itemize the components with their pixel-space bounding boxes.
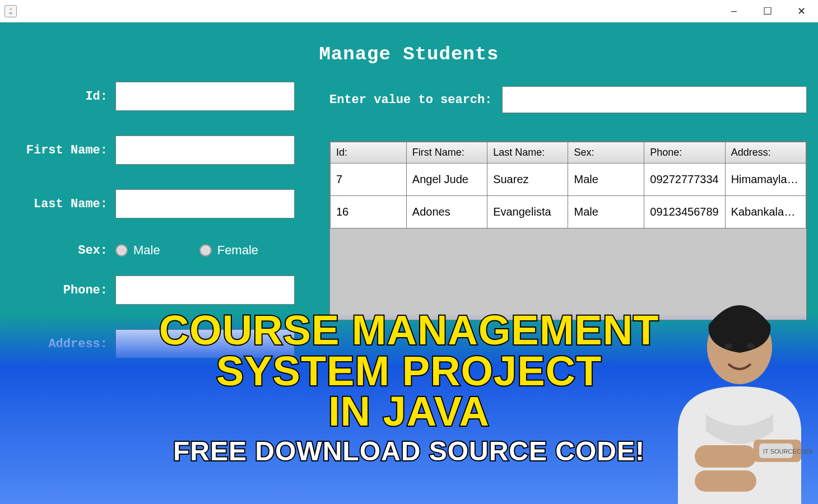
first-name-input[interactable] [115, 136, 295, 165]
male-radio-label: Male [133, 243, 160, 258]
window-controls: – ☐ ✕ [717, 0, 818, 22]
app-panel: Manage Students Id: First Name: Last Nam… [0, 22, 818, 504]
col-first-name[interactable]: First Name: [406, 142, 487, 164]
table-header-row: Id: First Name: Last Name: Sex: Phone: A… [331, 142, 806, 164]
cell-sex: Male [568, 196, 644, 228]
col-phone[interactable]: Phone: [644, 142, 725, 164]
sex-row: Sex: Male Female [11, 243, 314, 258]
id-label: Id: [11, 90, 115, 104]
cell-id: 16 [331, 196, 407, 228]
cell-id: 7 [331, 164, 407, 196]
maximize-button[interactable]: ☐ [751, 0, 784, 22]
minimize-button[interactable]: – [717, 0, 751, 22]
address-label: Address: [11, 337, 115, 351]
cell-sex: Male [568, 164, 644, 196]
svg-rect-6 [759, 444, 793, 458]
java-app-icon [4, 5, 17, 17]
address-input[interactable] [115, 329, 295, 358]
search-input[interactable] [502, 86, 807, 113]
female-radio-label: Female [217, 243, 258, 258]
col-id[interactable]: Id: [331, 142, 407, 164]
table-row[interactable]: 7 Angel Jude Suarez Male 09272777334 Him… [331, 164, 806, 196]
col-address[interactable]: Address: [725, 142, 806, 164]
cell-last-name: Suarez [487, 164, 568, 196]
students-table-wrap: Id: First Name: Last Name: Sex: Phone: A… [329, 141, 807, 320]
page-title: Manage Students [0, 22, 818, 82]
content-area: Id: First Name: Last Name: Sex: Male [0, 82, 818, 383]
cell-first-name: Angel Jude [406, 164, 487, 196]
cell-phone: 09123456789 [644, 196, 725, 228]
overlay-line3: IN JAVA [159, 391, 659, 432]
female-radio[interactable]: Female [199, 243, 258, 258]
male-radio[interactable]: Male [115, 243, 160, 258]
svg-rect-3 [754, 440, 801, 462]
window-titlebar: – ☐ ✕ [0, 0, 818, 22]
phone-input[interactable] [115, 276, 295, 305]
id-row: Id: [11, 82, 314, 111]
phone-label: Phone: [11, 283, 115, 297]
first-name-row: First Name: [11, 136, 314, 165]
svg-text:IT SOURCECODE: IT SOURCECODE [763, 448, 812, 455]
cell-phone: 09272777334 [644, 164, 725, 196]
phone-row: Phone: [11, 276, 314, 305]
col-last-name[interactable]: Last Name: [487, 142, 568, 164]
close-button[interactable]: ✕ [784, 0, 818, 22]
radio-icon [199, 244, 212, 256]
last-name-row: Last Name: [11, 189, 314, 218]
overlay-subtitle: FREE DOWNLOAD SOURCE CODE! [173, 438, 645, 464]
last-name-label: Last Name: [11, 197, 115, 211]
table-row[interactable]: 16 Adones Evangelista Male 09123456789 K… [331, 196, 806, 228]
search-row: Enter value to search: [329, 86, 807, 113]
svg-rect-5 [695, 470, 756, 492]
cell-address: Kabankalan C... [725, 196, 806, 228]
first-name-label: First Name: [11, 143, 115, 157]
search-label: Enter value to search: [329, 93, 492, 107]
last-name-input[interactable] [115, 189, 295, 218]
students-table: Id: First Name: Last Name: Sex: Phone: A… [330, 142, 806, 228]
address-row: Address: [11, 329, 314, 358]
right-column: Enter value to search: Id: First Name: L… [329, 82, 807, 383]
cell-first-name: Adones [406, 196, 487, 228]
id-input[interactable] [115, 82, 295, 111]
sex-radio-group: Male Female [115, 243, 258, 258]
cell-last-name: Evangelista [487, 196, 568, 228]
col-sex[interactable]: Sex: [568, 142, 644, 164]
cell-address: Himamaylan ... [725, 164, 806, 196]
radio-icon [115, 244, 128, 256]
svg-rect-4 [695, 445, 756, 468]
sex-label: Sex: [11, 244, 115, 258]
student-form: Id: First Name: Last Name: Sex: Male [11, 82, 314, 383]
